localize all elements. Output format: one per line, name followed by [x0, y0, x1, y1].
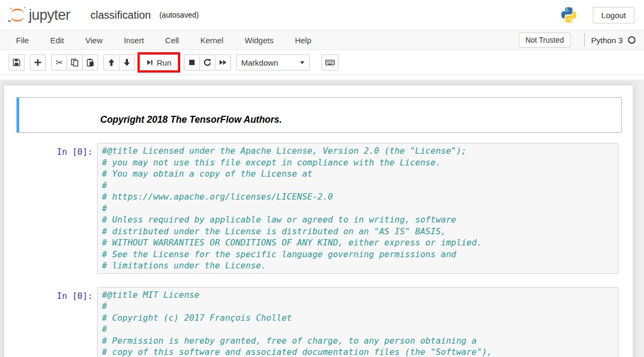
cell-type-dropdown[interactable]: Markdown	[236, 54, 310, 70]
code-input-area[interactable]: #@title MIT License # # Copyright (c) 20…	[97, 287, 618, 357]
cut-icon: ✂	[55, 58, 63, 67]
run-label: Run	[157, 58, 172, 67]
chevron-down-icon	[300, 61, 304, 64]
arrow-down-icon	[123, 58, 131, 67]
stop-button[interactable]	[184, 54, 200, 70]
restart-icon	[203, 58, 212, 67]
not-trusted-button[interactable]: Not Trusted	[519, 33, 570, 47]
kernel-name: Python 3	[591, 36, 623, 45]
move-up-button[interactable]	[103, 54, 119, 70]
code-cell-mit-license[interactable]: In [0]: #@title MIT License # # Copyrigh…	[17, 284, 622, 357]
restart-kernel-button[interactable]	[199, 54, 215, 70]
input-prompt: In [0]:	[20, 287, 97, 357]
code-source: #@title MIT License # # Copyright (c) 20…	[102, 289, 614, 357]
code-cell-apache-license[interactable]: In [0]: #@title Licensed under the Apach…	[17, 140, 622, 277]
menu-widgets[interactable]: Widgets	[234, 31, 284, 49]
menu-bar: File Edit View Insert Cell Kernel Widget…	[0, 30, 644, 50]
toolbar: ✂	[0, 50, 644, 75]
menu-insert[interactable]: Insert	[113, 31, 155, 49]
menu-view[interactable]: View	[75, 31, 113, 49]
input-prompt: In [0]:	[20, 143, 97, 274]
stop-icon	[188, 58, 196, 67]
copy-button[interactable]	[67, 54, 83, 70]
autosave-status: (autosaved)	[159, 11, 199, 19]
menu-file[interactable]: File	[5, 31, 39, 49]
step-forward-icon	[146, 59, 154, 66]
notebook-site: Copyright 2018 The TensorFlow Authors. I…	[0, 80, 644, 357]
markdown-cell-prompt	[20, 100, 97, 130]
code-input-area[interactable]: #@title Licensed under the Apache Licens…	[97, 143, 618, 274]
menu-cell[interactable]: Cell	[155, 31, 190, 49]
cut-button[interactable]: ✂	[51, 54, 67, 70]
add-cell-button[interactable]	[30, 54, 46, 70]
logout-button[interactable]: Logout	[593, 7, 634, 23]
jupyter-logo-text: jupyter	[29, 7, 70, 23]
arrow-up-icon	[107, 58, 116, 67]
run-all-button[interactable]	[215, 54, 231, 70]
kernel-idle-icon	[628, 36, 635, 44]
toolbar-gap	[0, 75, 644, 80]
run-button[interactable]: Run	[140, 54, 178, 70]
notebook-container: Copyright 2018 The TensorFlow Authors. I…	[4, 85, 633, 357]
copy-icon	[70, 58, 79, 67]
kernel-divider	[584, 33, 585, 47]
paste-icon	[86, 58, 94, 67]
fast-forward-icon	[219, 58, 227, 67]
notebook-title[interactable]: classification	[91, 9, 151, 21]
code-source: #@title Licensed under the Apache Licens…	[102, 145, 614, 272]
python-logo-icon	[560, 5, 578, 25]
keyboard-icon	[325, 58, 335, 67]
save-icon	[12, 58, 21, 67]
save-button[interactable]	[9, 54, 25, 70]
jupyter-logo-icon	[7, 6, 27, 24]
jupyter-logo[interactable]: jupyter	[7, 6, 70, 24]
notebook-header: jupyter classification (autosaved) Logou…	[0, 0, 644, 30]
command-palette-button[interactable]	[321, 54, 339, 70]
add-cell-icon	[34, 58, 42, 67]
paste-button[interactable]	[82, 54, 98, 70]
menu-kernel[interactable]: Kernel	[190, 31, 234, 49]
menu-help[interactable]: Help	[284, 31, 322, 49]
markdown-cell-selected[interactable]: Copyright 2018 The TensorFlow Authors.	[17, 97, 622, 133]
markdown-cell-text: Copyright 2018 The TensorFlow Authors.	[97, 100, 618, 130]
move-down-button[interactable]	[119, 54, 135, 70]
menu-edit[interactable]: Edit	[39, 31, 75, 49]
cell-type-value: Markdown	[241, 58, 278, 67]
